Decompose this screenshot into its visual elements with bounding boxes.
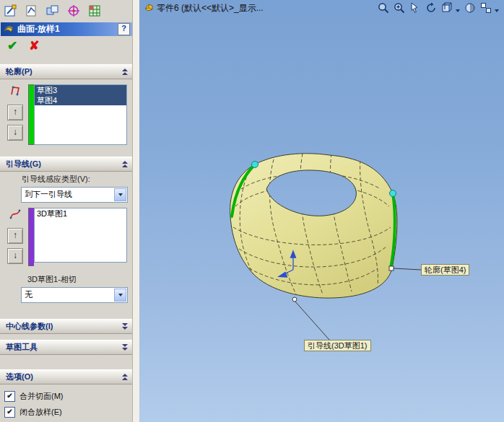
chevron-up-icon [122,68,128,76]
sketch-icon[interactable] [2,2,19,19]
callout-profile[interactable]: 轮廓(草图4) [421,264,469,276]
point-icon[interactable] [65,2,82,19]
section-header-guide-curves[interactable]: 引导线(G) [0,157,133,172]
profiles-group: ↑ ↓ 草图3 草图4 [0,79,133,151]
chevron-down-icon[interactable] [114,289,126,302]
list-item-profile[interactable]: 草图4 [35,95,126,105]
help-button[interactable]: ? [118,23,130,35]
callout-guide[interactable]: 引导线(3D草图1) [304,340,371,351]
ok-button[interactable]: ✔ [7,38,17,53]
guide-influence-combobox[interactable]: 到下一引导线 [21,187,128,203]
profiles-listbox[interactable]: 草图3 草图4 [34,84,127,145]
guides-selection-bar [28,208,34,266]
property-manager-panel: 曲面-放样1 ? ✔ ✘ 轮廓(P) ↑ ↓ 草图3 草图4 [0,0,139,422]
guide-influence-label: 引导线感应类型(V): [0,172,133,186]
list-item-profile[interactable]: 草图3 [35,85,126,95]
profile-callout-leader [394,268,421,270]
loft-preview-canvas[interactable] [139,0,504,422]
list-item-guide[interactable]: 3D草图1 [35,208,126,219]
profile-icon [9,84,22,97]
move-guide-down-button[interactable]: ↓ [7,248,23,264]
checkbox-box[interactable]: ✔ [4,407,15,418]
grid-settings-icon[interactable] [86,2,103,19]
checkbox-close-loft[interactable]: ✔ 闭合放样(E) [4,404,129,420]
3d-sketch-icon[interactable] [23,2,40,19]
property-manager-titlebar: 曲面-放样1 ? [1,22,132,36]
profile-attach-point [389,266,394,271]
options-group: ✔ 合并切面(M) ✔ 闭合放样(E) ✔ 显示预览(W) [0,384,133,422]
section-header-sketch-tools[interactable]: 草图工具 [0,340,133,355]
profiles-selection-bar [28,84,34,145]
sketch-settings-icon[interactable] [44,2,61,19]
chevron-up-icon [122,373,128,381]
vertex-handle[interactable] [252,162,258,168]
chevron-down-icon [122,343,128,351]
loft-surface[interactable] [230,154,397,298]
guide-curves-group: ↑ ↓ 3D草图1 [0,206,133,272]
chevron-down-icon [122,322,128,330]
move-guide-up-button[interactable]: ↑ [7,228,23,244]
chevron-up-icon [122,160,128,168]
graphics-viewport[interactable]: 零件6 (默认<<默认>_显示... [139,0,504,422]
guide-callout-leader [295,301,329,340]
section-header-profiles[interactable]: 轮廓(P) [0,64,133,79]
chevron-down-icon[interactable] [114,188,126,201]
guide-curve-icon [9,208,22,221]
section-header-centerline[interactable]: 中心线参数(I) [0,319,133,334]
sketch-toolbar [0,0,133,22]
vertex-handle[interactable] [390,190,396,197]
checkbox-box[interactable]: ✔ [4,391,15,402]
checkbox-merge-tangent-faces[interactable]: ✔ 合并切面(M) [4,388,129,404]
guide-tangency-combobox[interactable]: 无 [21,287,128,303]
guides-listbox[interactable]: 3D草图1 [34,208,127,263]
loft-surface-icon [3,22,14,37]
section-header-options[interactable]: 选项(O) [0,369,133,384]
guide-tangency-label: 3D草图1-相切 [0,272,133,286]
guide-attach-point [292,297,297,302]
panel-scrollbar[interactable] [132,0,139,422]
page-title: 曲面-放样1 [17,23,115,35]
move-profile-down-button[interactable]: ↓ [7,125,23,141]
move-profile-up-button[interactable]: ↑ [7,105,23,120]
cancel-button[interactable]: ✘ [29,38,39,53]
